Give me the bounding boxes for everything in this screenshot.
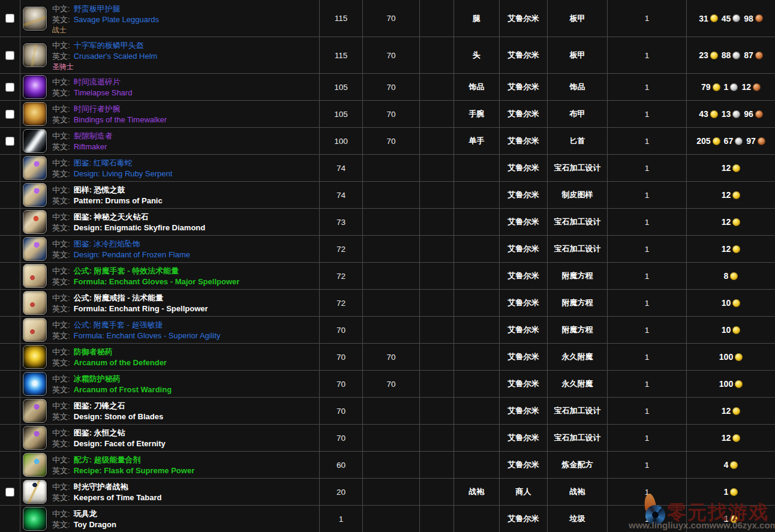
item-name-cn[interactable]: 公式: 附魔手套 - 特效法术能量: [74, 266, 179, 275]
item-name-cn[interactable]: 时间行者护腕: [74, 104, 121, 113]
item-level-cell: 72: [319, 263, 362, 289]
slot-cell: 单手: [453, 128, 499, 154]
item-name-en[interactable]: Formula: Enchant Gloves - Superior Agili…: [74, 331, 221, 340]
item-name-cn[interactable]: 十字军的板鳞甲头盔: [74, 41, 144, 50]
arcanum-gold-icon[interactable]: [23, 345, 47, 369]
riftmaker-dagger-icon[interactable]: [23, 129, 47, 153]
item-name-cn[interactable]: 图鉴: 红曜石毒蛇: [74, 158, 133, 167]
gold-amount: 12: [722, 244, 741, 254]
gold-coin-icon: [732, 191, 740, 199]
item-name-cn[interactable]: 玩具龙: [74, 509, 97, 518]
item-name-cn[interactable]: 时间流逝碎片: [74, 77, 121, 86]
item-level-cell: 72: [319, 290, 362, 316]
item-name-en[interactable]: Design: Living Ruby Serpent: [74, 169, 173, 178]
plate-legguards-icon[interactable]: [23, 7, 47, 31]
design-scroll-red-icon[interactable]: [23, 210, 47, 234]
tabard-white-icon[interactable]: [23, 480, 47, 504]
formula-scroll-icon[interactable]: [23, 264, 47, 288]
design-scroll-blue-icon[interactable]: [23, 237, 47, 261]
toy-dragon-icon[interactable]: [23, 507, 47, 531]
item-level-cell: 60: [319, 452, 362, 478]
item-name-en[interactable]: Crusader's Scaled Helm: [74, 52, 158, 61]
row-checkbox[interactable]: [6, 488, 14, 496]
row-checkbox[interactable]: [6, 110, 14, 118]
extra-cell: [419, 452, 453, 478]
item-name-cn[interactable]: 图鉴: 神秘之天火钻石: [74, 212, 149, 221]
item-name-en[interactable]: Bindings of the Timewalker: [74, 115, 167, 124]
item-cell: 中文:野蛮板甲护腿 英文:Savage Plate Legguards 战士: [20, 0, 319, 37]
type-cell: 宝石加工设计: [547, 398, 607, 424]
item-name-cn[interactable]: 时光守护者战袍: [74, 482, 128, 491]
required-level-cell: [362, 263, 419, 289]
item-name-en[interactable]: Pattern: Drums of Panic: [74, 196, 163, 205]
source-cell: 艾鲁尔米: [499, 0, 547, 37]
cn-label: 中文:: [52, 401, 70, 410]
item-name-cn[interactable]: 图鉴: 冰冷烈焰坠饰: [74, 239, 140, 248]
item-name-cn[interactable]: 冰霜防护秘药: [74, 374, 121, 383]
gold-coin-icon: [713, 137, 720, 145]
type-cell: 永久附魔: [547, 371, 607, 397]
item-name-en[interactable]: Design: Facet of Eternity: [74, 439, 166, 448]
item-name-en[interactable]: Keepers of Time Tabard: [74, 493, 162, 502]
item-name-en[interactable]: Arcanum of the Defender: [74, 358, 167, 367]
item-name-en[interactable]: Design: Enigmatic Skyfire Diamond: [74, 223, 206, 232]
item-name-cn[interactable]: 图鉴: 刀锋之石: [74, 401, 125, 410]
slot-cell: [453, 317, 499, 343]
arcanum-frost-icon[interactable]: [23, 372, 47, 396]
design-scroll-dark-icon[interactable]: [23, 426, 47, 450]
table-row: 中文:图鉴: 永恒之钻 英文:Design: Facet of Eternity…: [0, 424, 775, 451]
required-level-cell: [362, 209, 419, 235]
copper-amount: 12: [741, 82, 761, 92]
timewalker-bindings-icon[interactable]: [23, 102, 47, 126]
design-scroll-dark-icon[interactable]: [23, 399, 47, 423]
item-name-en[interactable]: Arcanum of Frost Warding: [74, 385, 172, 394]
item-name-block: 中文:时光守护者战袍 英文:Keepers of Time Tabard: [52, 481, 162, 503]
quantity-cell: 1: [607, 398, 686, 424]
item-name-en[interactable]: Toy Dragon: [74, 520, 116, 529]
en-label: 英文:: [52, 493, 70, 502]
item-name-cn[interactable]: 防御者秘药: [74, 347, 113, 356]
item-name-cn[interactable]: 裂隙制造者: [74, 131, 113, 140]
item-name-cn[interactable]: 图样: 恐慌之鼓: [74, 185, 125, 194]
row-checkbox[interactable]: [6, 83, 14, 91]
row-checkbox[interactable]: [6, 137, 14, 145]
extra-cell: [419, 74, 453, 100]
design-scroll-blue-icon[interactable]: [23, 183, 47, 207]
cn-label: 中文:: [52, 455, 70, 464]
table-row: 中文:防御者秘药 英文:Arcanum of the Defender 70 7…: [0, 343, 775, 370]
item-level-cell: 74: [319, 182, 362, 208]
item-name-en[interactable]: Design: Pendant of Frozen Flame: [74, 250, 190, 259]
row-checkbox[interactable]: [6, 14, 14, 22]
design-scroll-blue-icon[interactable]: [23, 156, 47, 180]
item-name-en[interactable]: Riftmaker: [74, 142, 107, 151]
table-row: 中文:裂隙制造者 英文:Riftmaker 100 70 单手 艾鲁尔米 匕首 …: [0, 127, 775, 154]
item-name-en[interactable]: Design: Stone of Blades: [74, 412, 164, 421]
row-checkbox[interactable]: [6, 52, 14, 59]
en-label: 英文:: [52, 196, 70, 205]
copper-coin-icon: [755, 110, 763, 118]
timelapse-shard-icon[interactable]: [23, 75, 47, 99]
item-name-en[interactable]: Savage Plate Legguards: [74, 15, 159, 24]
table-row: 中文:图鉴: 冰冷烈焰坠饰 英文:Design: Pendant of Froz…: [0, 235, 775, 262]
slot-cell: [453, 263, 499, 289]
item-name-cn[interactable]: 公式: 附魔戒指 - 法术能量: [74, 293, 164, 302]
formula-scroll-icon[interactable]: [23, 291, 47, 315]
scaled-helm-icon[interactable]: [23, 43, 47, 67]
item-name-cn[interactable]: 配方: 超级能量合剂: [74, 455, 141, 464]
gold-amount: 4: [724, 460, 738, 470]
item-name-en[interactable]: Timelapse Shard: [74, 88, 133, 97]
item-name-cn[interactable]: 图鉴: 永恒之钻: [74, 428, 125, 437]
item-name-en[interactable]: Recipe: Flask of Supreme Power: [74, 466, 195, 475]
slot-cell: 腿: [453, 0, 499, 37]
source-cell: 艾鲁尔米: [499, 101, 547, 127]
row-select-cell: [0, 425, 20, 451]
quantity-cell: 1: [607, 74, 686, 100]
formula-scroll-icon[interactable]: [23, 318, 47, 342]
item-name-cn[interactable]: 野蛮板甲护腿: [74, 4, 121, 13]
item-name-en[interactable]: Formula: Enchant Gloves - Major Spellpow…: [74, 277, 240, 286]
required-level-cell: [362, 506, 419, 532]
recipe-scroll-green-icon[interactable]: [23, 453, 47, 477]
item-name-en[interactable]: Formula: Enchant Ring - Spellpower: [74, 304, 208, 313]
quantity-cell: 1: [607, 344, 686, 370]
item-name-cn[interactable]: 公式: 附魔手套 - 超强敏捷: [74, 320, 163, 329]
